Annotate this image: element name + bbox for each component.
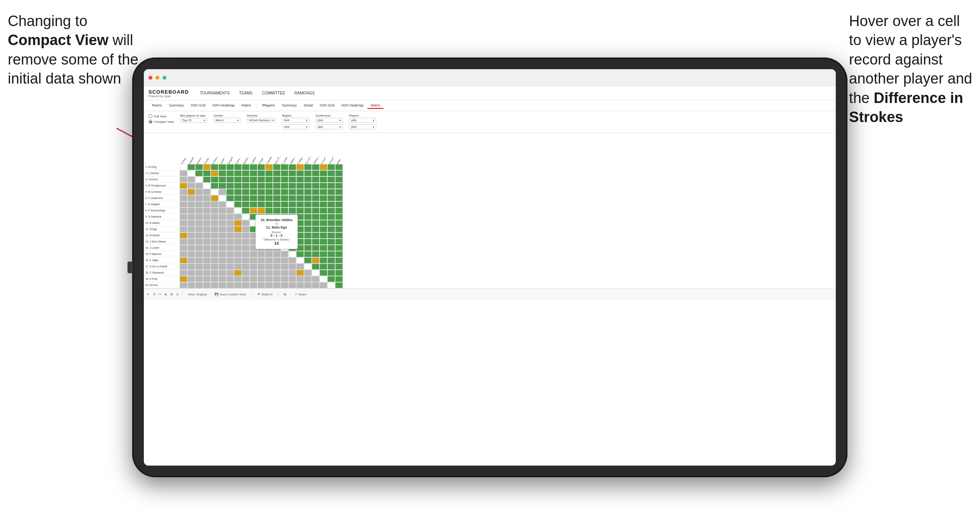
grid-cell[interactable] xyxy=(335,282,343,288)
grid-cell[interactable] xyxy=(304,220,312,226)
grid-cell[interactable] xyxy=(312,195,320,201)
full-view-label[interactable]: Full View xyxy=(148,114,174,118)
grid-cell[interactable] xyxy=(187,245,195,251)
grid-cell[interactable] xyxy=(187,282,195,288)
grid-cell[interactable] xyxy=(296,208,304,214)
grid-cell[interactable] xyxy=(304,189,312,195)
grid-cell[interactable] xyxy=(320,282,327,288)
grid-cell[interactable] xyxy=(327,232,335,239)
grid-cell[interactable] xyxy=(250,251,257,257)
grid-cell[interactable] xyxy=(226,276,234,282)
grid-cell[interactable] xyxy=(320,251,327,257)
grid-cell[interactable] xyxy=(234,232,242,239)
grid-cell[interactable] xyxy=(288,183,296,189)
undo-btn[interactable]: ↩ xyxy=(147,293,150,296)
grid-cell[interactable] xyxy=(281,264,288,270)
grid-cell[interactable] xyxy=(242,282,250,288)
grid-cell[interactable] xyxy=(265,251,273,257)
grid-cell[interactable] xyxy=(180,264,187,270)
grid-cell[interactable] xyxy=(203,232,211,239)
grid-cell[interactable] xyxy=(265,170,273,176)
grid-cell[interactable] xyxy=(234,214,242,220)
grid-cell[interactable] xyxy=(296,264,304,270)
grid-cell[interactable] xyxy=(320,195,327,201)
grid-cell[interactable] xyxy=(203,164,211,170)
grid-cell[interactable] xyxy=(296,276,304,282)
grid-cell[interactable] xyxy=(203,276,211,282)
grid-cell[interactable] xyxy=(180,214,187,220)
grid-cell[interactable] xyxy=(226,170,234,176)
grid-cell[interactable] xyxy=(195,239,203,245)
grid-cell[interactable] xyxy=(265,183,273,189)
grid-cell[interactable] xyxy=(211,170,218,176)
grid-cell[interactable] xyxy=(211,270,218,276)
grid-cell[interactable] xyxy=(218,208,226,214)
grid-cell[interactable] xyxy=(226,201,234,208)
grid-cell[interactable] xyxy=(218,282,226,288)
grid-cell[interactable] xyxy=(226,226,234,232)
grid-cell[interactable] xyxy=(211,183,218,189)
settings-btn[interactable]: ⚙ xyxy=(170,293,173,296)
grid-cell[interactable] xyxy=(195,264,203,270)
grid-cell[interactable] xyxy=(327,276,335,282)
grid-cell[interactable] xyxy=(211,189,218,195)
grid-cell[interactable] xyxy=(234,220,242,226)
grid-cell[interactable] xyxy=(226,282,234,288)
tab-matrix-1[interactable]: Matrix xyxy=(239,103,255,109)
grid-cell[interactable] xyxy=(187,214,195,220)
grid-cell[interactable] xyxy=(296,201,304,208)
region-select[interactable]: N/A xyxy=(282,118,309,123)
grid-cell[interactable] xyxy=(304,245,312,251)
grid-cell[interactable] xyxy=(273,276,281,282)
grid-cell[interactable] xyxy=(180,208,187,214)
grid-cell[interactable] xyxy=(211,251,218,257)
grid-cell[interactable] xyxy=(281,195,288,201)
grid-cell[interactable] xyxy=(180,226,187,232)
grid-cell[interactable] xyxy=(250,183,257,189)
grid-cell[interactable] xyxy=(242,214,250,220)
grid-cell[interactable] xyxy=(304,201,312,208)
grid-cell[interactable] xyxy=(242,245,250,251)
grid-cell[interactable] xyxy=(211,232,218,239)
tab-h2h-grid[interactable]: H2H Grid xyxy=(188,103,209,109)
grid-cell[interactable] xyxy=(281,170,288,176)
grid-cell[interactable] xyxy=(335,214,343,220)
grid-cell[interactable] xyxy=(211,226,218,232)
grid-cell[interactable] xyxy=(320,183,327,189)
grid-cell[interactable] xyxy=(312,239,320,245)
grid-cell[interactable] xyxy=(242,226,250,232)
grid-cell[interactable] xyxy=(320,208,327,214)
grid-cell[interactable] xyxy=(187,257,195,264)
grid-cell[interactable] xyxy=(180,201,187,208)
grid-cell[interactable] xyxy=(234,189,242,195)
full-view-radio[interactable] xyxy=(148,114,152,118)
grid-cell[interactable] xyxy=(304,176,312,183)
grid-cell[interactable] xyxy=(226,189,234,195)
grid-cell[interactable] xyxy=(218,245,226,251)
grid-cell[interactable] xyxy=(265,264,273,270)
nav-committee[interactable]: COMMITTEE xyxy=(260,91,286,95)
grid-cell[interactable] xyxy=(304,264,312,270)
grid-cell[interactable] xyxy=(218,214,226,220)
players-select-2[interactable]: (All) xyxy=(349,124,376,129)
grid-cell[interactable] xyxy=(335,264,343,270)
grid-cell[interactable] xyxy=(195,232,203,239)
grid-cell[interactable] xyxy=(203,282,211,288)
grid-cell[interactable] xyxy=(335,183,343,189)
grid-cell[interactable] xyxy=(203,214,211,220)
grid-cell[interactable] xyxy=(335,176,343,183)
region-select-2[interactable]: N/A xyxy=(282,124,309,129)
grid-cell[interactable] xyxy=(288,189,296,195)
grid-cell[interactable] xyxy=(257,276,265,282)
grid-cell[interactable] xyxy=(312,170,320,176)
grid-cell[interactable] xyxy=(265,282,273,288)
grid-cell[interactable] xyxy=(335,251,343,257)
grid-cell[interactable] xyxy=(281,257,288,264)
grid-cell[interactable] xyxy=(195,251,203,257)
grid-cell[interactable] xyxy=(304,214,312,220)
grid-cell[interactable] xyxy=(281,164,288,170)
grid-cell[interactable] xyxy=(211,201,218,208)
grid-cell[interactable] xyxy=(281,183,288,189)
grid-cell[interactable] xyxy=(288,264,296,270)
grid-cell[interactable] xyxy=(312,226,320,232)
